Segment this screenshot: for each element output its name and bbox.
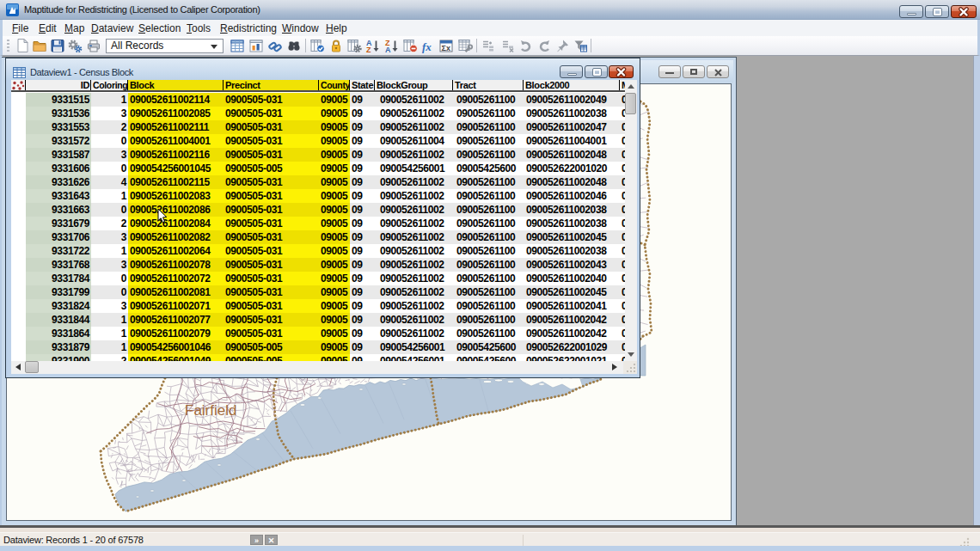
svg-text:Z: Z (366, 46, 371, 54)
svg-text:fx: fx (422, 40, 432, 53)
svg-text:A: A (385, 46, 391, 54)
svg-text:Σx: Σx (442, 44, 450, 52)
svg-text:Fairfield: Fairfield (185, 402, 236, 419)
